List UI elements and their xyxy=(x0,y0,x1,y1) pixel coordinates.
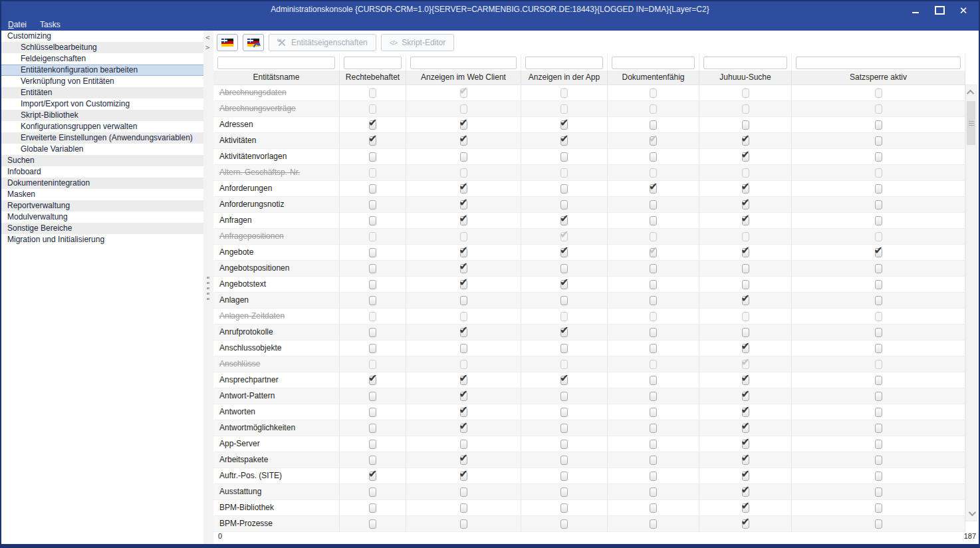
scrollbar-thumb[interactable] xyxy=(967,101,975,145)
entity-name-cell[interactable]: BPM-Bibliothek xyxy=(213,500,340,516)
checkbox-dokumentenfaehig[interactable] xyxy=(650,424,657,433)
checkbox-juhuuu-suche[interactable] xyxy=(742,376,749,385)
checkbox-web-client[interactable] xyxy=(460,503,467,513)
checkbox-app[interactable] xyxy=(560,296,568,305)
sidebar-item-masken[interactable]: Masken xyxy=(1,189,203,200)
checkbox-web-client[interactable] xyxy=(460,184,467,194)
checkbox-app[interactable] xyxy=(560,440,568,449)
entity-name-cell[interactable]: Auftr.-Pos. (SITE) xyxy=(213,468,340,484)
sidebar-item-entit-ten[interactable]: Entitäten xyxy=(1,87,203,98)
checkbox-satzsperre[interactable] xyxy=(875,440,882,449)
vertical-scrollbar[interactable] xyxy=(965,84,977,521)
sidebar-item-reportverwaltung[interactable]: Reportverwaltung xyxy=(1,200,203,211)
checkbox-dokumentenfaehig[interactable] xyxy=(650,184,657,194)
entity-name-cell[interactable]: Anlagen xyxy=(213,293,340,309)
checkbox-web-client[interactable] xyxy=(460,408,467,417)
checkbox-rechtebehaftet[interactable] xyxy=(369,280,376,289)
checkbox-rechtebehaftet[interactable] xyxy=(369,440,376,449)
sidebar-item-suchen[interactable]: Suchen xyxy=(1,155,203,166)
entity-name-cell[interactable]: Anrufprotokolle xyxy=(213,325,340,341)
checkbox-app[interactable] xyxy=(560,120,568,130)
filter-input-rechtebehaftet[interactable] xyxy=(344,57,402,69)
checkbox-app[interactable] xyxy=(560,472,568,481)
menu-item-tasks[interactable]: Tasks xyxy=(40,20,61,29)
checkbox-rechtebehaftet[interactable] xyxy=(369,408,376,417)
checkbox-satzsperre[interactable] xyxy=(875,487,882,497)
checkbox-rechtebehaftet[interactable] xyxy=(369,503,376,513)
checkbox-dokumentenfaehig[interactable] xyxy=(650,120,657,130)
checkbox-juhuuu-suche[interactable] xyxy=(742,392,749,401)
checkbox-rechtebehaftet[interactable] xyxy=(369,344,376,353)
checkbox-dokumentenfaehig[interactable] xyxy=(650,503,657,513)
checkbox-web-client[interactable] xyxy=(460,519,467,529)
checkbox-satzsperre[interactable] xyxy=(875,503,882,513)
column-header-anzeigen-im-web-client[interactable]: Anzeigen im Web Client xyxy=(406,70,521,84)
checkbox-rechtebehaftet[interactable] xyxy=(369,424,376,433)
checkbox-juhuuu-suche[interactable] xyxy=(742,519,749,529)
checkbox-satzsperre[interactable] xyxy=(875,248,882,257)
checkbox-satzsperre[interactable] xyxy=(875,424,882,433)
checkbox-app[interactable] xyxy=(560,503,568,513)
checkbox-juhuuu-suche[interactable] xyxy=(742,280,749,289)
checkbox-web-client[interactable] xyxy=(460,120,467,130)
checkbox-satzsperre[interactable] xyxy=(875,456,882,465)
checkbox-juhuuu-suche[interactable] xyxy=(742,152,749,162)
checkbox-web-client[interactable] xyxy=(460,152,467,162)
checkbox-web-client[interactable] xyxy=(460,280,467,289)
checkbox-web-client[interactable] xyxy=(460,248,467,257)
checkbox-dokumentenfaehig[interactable] xyxy=(650,392,657,401)
checkbox-web-client[interactable] xyxy=(460,424,467,433)
checkbox-rechtebehaftet[interactable] xyxy=(369,248,376,257)
entity-name-cell[interactable]: Angebote xyxy=(213,245,340,261)
checkbox-dokumentenfaehig[interactable] xyxy=(650,216,657,225)
checkbox-web-client[interactable] xyxy=(460,440,467,449)
checkbox-dokumentenfaehig[interactable] xyxy=(650,264,657,273)
entity-name-cell[interactable]: Abrechnungsverträge xyxy=(213,101,340,117)
language-german-switch-button[interactable] xyxy=(243,34,264,51)
checkbox-app[interactable] xyxy=(560,519,568,529)
checkbox-dokumentenfaehig[interactable] xyxy=(650,519,657,529)
entity-name-cell[interactable]: Abrechnungsdaten xyxy=(213,85,340,101)
filter-input-juhuuu-suche[interactable] xyxy=(703,57,787,69)
sidebar-item-dokumentenintegration[interactable]: Dokumentenintegration xyxy=(1,178,203,189)
checkbox-rechtebehaftet[interactable] xyxy=(369,487,376,497)
checkbox-web-client[interactable] xyxy=(460,456,467,465)
checkbox-satzsperre[interactable] xyxy=(875,344,882,353)
checkbox-satzsperre[interactable] xyxy=(875,280,882,289)
checkbox-dokumentenfaehig[interactable] xyxy=(650,408,657,417)
entity-name-cell[interactable]: Antworten xyxy=(213,404,340,420)
language-german-button[interactable] xyxy=(217,34,238,51)
column-header-juhuuu-suche[interactable]: Juhuuu-Suche xyxy=(699,70,792,84)
entity-name-cell[interactable]: Anforderungen xyxy=(213,181,340,197)
checkbox-web-client[interactable] xyxy=(460,328,467,337)
sidebar-splitter[interactable]: < > xyxy=(203,31,213,544)
checkbox-juhuuu-suche[interactable] xyxy=(742,296,749,305)
checkbox-dokumentenfaehig[interactable] xyxy=(650,296,657,305)
checkbox-satzsperre[interactable] xyxy=(875,152,882,162)
entity-name-cell[interactable]: Angebotspositionen xyxy=(213,261,340,277)
checkbox-satzsperre[interactable] xyxy=(875,472,882,481)
checkbox-rechtebehaftet[interactable] xyxy=(369,392,376,401)
checkbox-web-client[interactable] xyxy=(460,136,467,146)
sidebar-item-import-export-von-customizing[interactable]: Import/Export von Customizing xyxy=(1,98,203,110)
scroll-down-button[interactable] xyxy=(966,507,976,519)
maximize-button[interactable] xyxy=(929,3,949,17)
checkbox-web-client[interactable] xyxy=(460,344,467,353)
sidebar-item-verkn-pfung-von-entit-ten[interactable]: Verknüpfung von Entitäten xyxy=(1,76,203,87)
entity-name-cell[interactable]: Arbeitspakete xyxy=(213,452,340,468)
entity-name-cell[interactable]: Anforderungsnotiz xyxy=(213,197,340,213)
checkbox-app[interactable] xyxy=(560,200,568,209)
checkbox-web-client[interactable] xyxy=(460,472,467,481)
sidebar-item-erweiterte-einstellungen-anwendungsvariablen[interactable]: Erweiterte Einstellungen (Anwendungsvari… xyxy=(1,132,203,144)
checkbox-rechtebehaftet[interactable] xyxy=(369,264,376,273)
checkbox-app[interactable] xyxy=(560,487,568,497)
checkbox-rechtebehaftet[interactable] xyxy=(369,200,376,209)
entity-name-cell[interactable]: Antwort-Pattern xyxy=(213,388,340,404)
column-header-rechtebehaftet[interactable]: Rechtebehaftet xyxy=(340,70,406,84)
checkbox-satzsperre[interactable] xyxy=(875,376,882,385)
sidebar-item-migration-und-initialisierung[interactable]: Migration und Initialisierung xyxy=(1,234,203,245)
checkbox-app[interactable] xyxy=(560,424,568,433)
sidebar-item-customizing[interactable]: Customizing xyxy=(1,31,203,42)
expand-right-icon[interactable]: > xyxy=(205,44,210,51)
column-header-dokumentenf-hig[interactable]: Dokumentenfähig xyxy=(608,70,699,84)
